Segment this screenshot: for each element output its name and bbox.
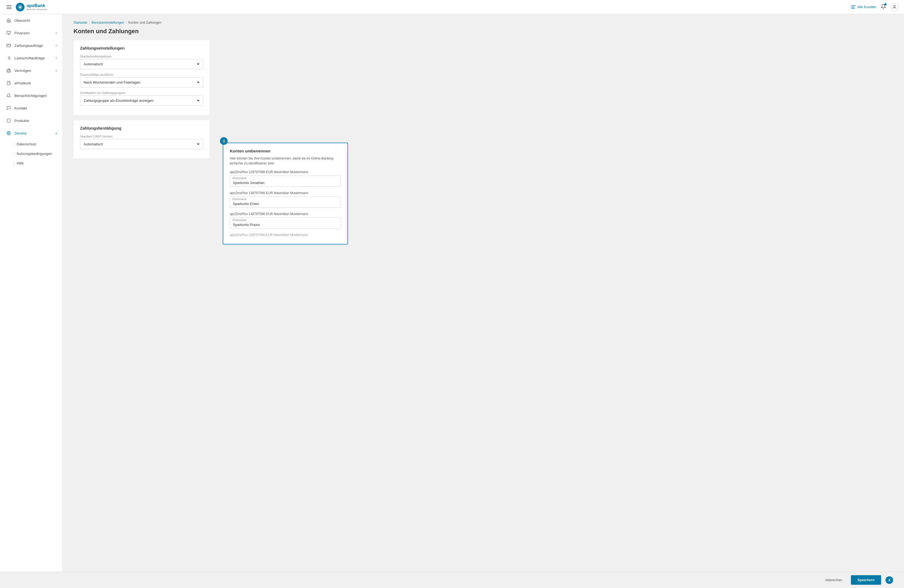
- bullet-icon: ›: [14, 152, 14, 155]
- svg-rect-17: [7, 70, 10, 72]
- sidebar-sublabel-datenschutz: Datenschutz: [17, 142, 36, 146]
- sidebar-sublabel-hilfe: Hilfe: [17, 161, 24, 165]
- logo-name: apoBank: [27, 3, 47, 8]
- sidebar-item-lastschriftauftraege[interactable]: Lastschriftaufträge ▾: [0, 52, 62, 64]
- account-entry-2: apoZinsPlus 138797596 EUR Maximilian Mus…: [230, 191, 341, 208]
- alle-kunden-button[interactable]: Alle Kunden: [851, 5, 876, 9]
- dauerauftraege-label: Daueraufträge ausführen: [80, 73, 203, 76]
- account-label-1: apoZinsPlus 128797596 EUR Maximilian Mus…: [230, 170, 341, 174]
- account-input-label-1: Kontoname: [232, 177, 247, 180]
- circle-icon: [6, 118, 11, 123]
- svg-rect-9: [7, 44, 11, 47]
- sidebar-item-service[interactable]: Service ▾: [0, 127, 62, 139]
- breadcrumb-sep1: ›: [89, 21, 90, 24]
- payment-icon: [6, 43, 11, 48]
- account-entry-partial: apoZinsPlus 158797596 EUR Maximilian Mus…: [230, 233, 341, 237]
- sidebar-label-uebersicht: Übersicht: [14, 19, 30, 22]
- sidebar-subitem-datenschutz[interactable]: › Datenschutz: [0, 139, 62, 149]
- notification-dot: [884, 3, 887, 5]
- sidebar-label-benachrichtigungen: Benachrichtigungen: [14, 94, 47, 98]
- sidebar-item-produkte[interactable]: Produkte: [0, 114, 62, 127]
- chevron-down-icon: ▾: [55, 132, 57, 135]
- cancel-button[interactable]: Abbrechen: [821, 576, 847, 584]
- account-input-label-3: Kontoname: [232, 218, 247, 221]
- camt-label: Standard CAMT-Version: [80, 135, 203, 138]
- account-entry-3: apoZinsPlus 148797596 EUR Maximilian Mus…: [230, 212, 341, 229]
- account-name-input-3[interactable]: [230, 218, 341, 229]
- rename-panel-title: Konten umbenennen: [230, 149, 341, 153]
- account-name-input-2[interactable]: [230, 196, 341, 208]
- step-4-badge: 4: [885, 576, 893, 584]
- svg-rect-2: [851, 5, 855, 6]
- sidebar-item-epostkorb[interactable]: ePostkorb: [0, 77, 62, 89]
- standard-konto-group: Standardzahlungskonto Automatisch: [80, 55, 203, 69]
- chart-icon: [6, 30, 11, 35]
- document-icon: [6, 81, 11, 85]
- sidebar-item-finanzen[interactable]: Finanzen ▾: [0, 27, 62, 39]
- sidebar-label-finanzen: Finanzen: [14, 31, 30, 35]
- dauerauftraege-select[interactable]: Nach Wochenenden und Feiertagen: [80, 77, 203, 87]
- sidebar-label-zahlungsauftraege: Zahlungsaufträge: [14, 44, 43, 47]
- rename-panel-description: Hier können Sie Ihre Konten umbenennen, …: [230, 156, 341, 166]
- alle-kunden-label: Alle Kunden: [857, 5, 876, 9]
- standard-konto-select[interactable]: Automatisch: [80, 59, 203, 69]
- chevron-down-icon: ▾: [55, 57, 57, 60]
- breadcrumb-home[interactable]: Startseite: [74, 21, 87, 24]
- sichtbarkeit-select[interactable]: Zahlungsgruppe als Einzeleinträge anzeig…: [80, 96, 203, 106]
- sidebar-subitem-hilfe[interactable]: › Hilfe: [0, 158, 62, 168]
- zahlungsbestaetigung-section: Zahlungsbestätigung Standard CAMT-Versio…: [74, 120, 210, 158]
- breadcrumb-sep2: ›: [125, 21, 126, 24]
- breadcrumb-current: Konten und Zahlungen: [128, 21, 161, 24]
- svg-rect-4: [851, 8, 855, 9]
- sidebar-item-uebersicht[interactable]: Übersicht: [0, 14, 62, 27]
- rename-panel: Konten umbenennen Hier können Sie Ihre K…: [223, 143, 348, 245]
- svg-point-5: [894, 5, 895, 7]
- sidebar-label-kontakt: Kontakt: [14, 106, 27, 110]
- user-avatar[interactable]: [890, 3, 899, 11]
- sidebar-item-zahlungsauftraege[interactable]: Zahlungsaufträge ▾: [0, 39, 62, 52]
- chevron-down-icon: ▾: [55, 44, 57, 47]
- sidebar: Übersicht Finanzen ▾: [0, 14, 63, 572]
- sidebar-label-service: Service: [14, 131, 27, 135]
- chat-icon: [6, 106, 11, 111]
- svg-point-19: [8, 133, 9, 134]
- bottom-bar: Abbrechen Speichern 4: [0, 572, 904, 588]
- notification-button[interactable]: [880, 4, 886, 10]
- svg-point-18: [7, 119, 10, 122]
- logo: apoBank Bank der Gesundheit: [16, 3, 47, 11]
- bell-icon: [6, 93, 11, 98]
- sidebar-label-epostkorb: ePostkorb: [14, 81, 31, 85]
- step-3-badge: 3: [220, 137, 228, 145]
- breadcrumb-settings[interactable]: Benutzereinstellungen: [92, 21, 124, 24]
- save-button[interactable]: Speichern: [851, 575, 881, 585]
- sidebar-item-kontakt[interactable]: Kontakt: [0, 102, 62, 114]
- sichtbarkeit-group: Sichtbarkeit von Zahlungsgruppen Zahlung…: [80, 91, 203, 106]
- account-input-group-2: Kontoname: [230, 196, 341, 208]
- page-title: Konten und Zahlungen: [74, 28, 893, 35]
- account-entry-1: apoZinsPlus 128797596 EUR Maximilian Mus…: [230, 170, 341, 187]
- sichtbarkeit-label: Sichtbarkeit von Zahlungsgruppen: [80, 91, 203, 95]
- sidebar-subitem-nutzungsbedingungen[interactable]: › Nutzungsbedingungen: [0, 149, 62, 158]
- home-icon: [6, 18, 11, 23]
- sidebar-sublabel-nutzungsbedingungen: Nutzungsbedingungen: [17, 152, 52, 156]
- list-icon: [6, 55, 11, 60]
- svg-rect-6: [7, 31, 10, 34]
- bullet-icon: ›: [14, 143, 14, 145]
- sidebar-item-vermoegen[interactable]: Vermögen ▾: [0, 64, 62, 77]
- bullet-icon: ›: [14, 162, 14, 165]
- chevron-down-icon: ▾: [55, 69, 57, 72]
- content-area: Startseite › Benutzereinstellungen › Kon…: [63, 14, 904, 572]
- account-input-label-2: Kontoname: [232, 198, 247, 201]
- sidebar-item-benachrichtigungen[interactable]: Benachrichtigungen: [0, 89, 62, 102]
- account-input-group-3: Kontoname: [230, 218, 341, 229]
- svg-rect-3: [851, 7, 855, 7]
- chevron-down-icon: ▾: [55, 32, 57, 35]
- account-name-input-1[interactable]: [230, 175, 341, 187]
- camt-select[interactable]: Automatisch: [80, 139, 203, 149]
- hamburger-menu[interactable]: [5, 4, 13, 10]
- sidebar-label-produkte: Produkte: [14, 119, 29, 123]
- zahlungseinstellungen-title: Zahlungseinstellungen: [80, 46, 203, 51]
- dauerauftraege-group: Daueraufträge ausführen Nach Wochenenden…: [80, 73, 203, 87]
- zahlungsbestaetigung-title: Zahlungsbestätigung: [80, 126, 203, 130]
- logo-circle: [16, 3, 25, 11]
